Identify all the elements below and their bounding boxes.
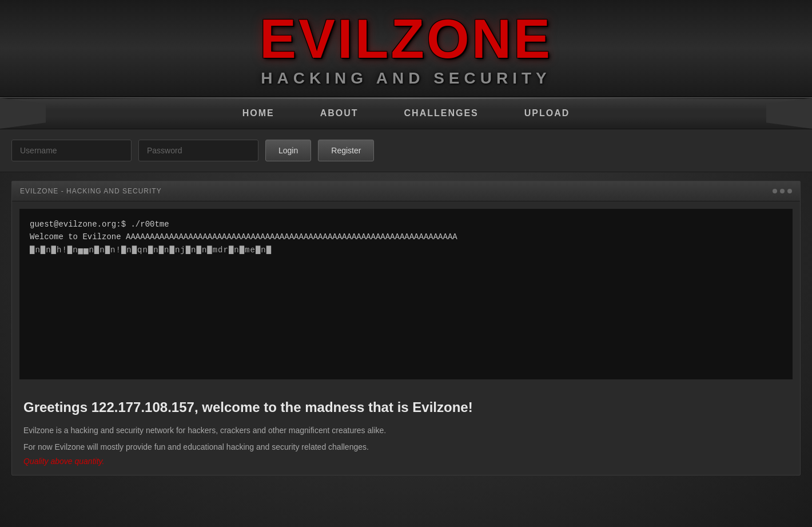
- main-content-panel: EVILZONE - HACKING AND SECURITY guest@ev…: [11, 181, 801, 476]
- greeting-heading: Greetings 122.177.108.157, welcome to th…: [23, 398, 789, 416]
- content-title: EVILZONE - HACKING AND SECURITY: [20, 187, 162, 195]
- nav-item-home[interactable]: HOME: [220, 98, 297, 129]
- terminal-line-2: Welcome to Evilzone AAAAAAAAAAAAAAAAAAAA…: [30, 231, 782, 243]
- window-controls: [773, 189, 792, 193]
- quality-text: Quality above quantity.: [23, 457, 789, 466]
- terminal-display: guest@evilzone.org:$ ./r00tme Welcome to…: [19, 208, 793, 380]
- register-button[interactable]: Register: [318, 140, 374, 161]
- window-dot-3: [787, 189, 792, 193]
- window-dot-1: [773, 189, 777, 193]
- terminal-line-1: guest@evilzone.org:$ ./r00tme: [30, 218, 782, 231]
- logo-subtitle: HACKING AND SECURITY: [0, 69, 812, 88]
- logo-title: EVILZONE: [0, 11, 812, 66]
- content-header: EVILZONE - HACKING AND SECURITY: [12, 181, 800, 201]
- login-button[interactable]: Login: [265, 140, 311, 161]
- welcome-area: Greetings 122.177.108.157, welcome to th…: [12, 387, 800, 475]
- terminal-line-3: █n█n█h!█n▅▅n█n█n!█n█qn█n█n█nj█n█n█mdr█n█…: [30, 244, 782, 256]
- nav-item-upload[interactable]: UPLOAD: [501, 98, 593, 129]
- body-text-1: Evilzone is a hacking and security netwo…: [23, 424, 789, 437]
- main-navigation: HOME ABOUT CHALLENGES UPLOAD: [0, 97, 812, 129]
- username-input[interactable]: [11, 140, 132, 161]
- body-text-2: For now Evilzone will mostly provide fun…: [23, 441, 789, 453]
- nav-item-about[interactable]: ABOUT: [297, 98, 381, 129]
- password-input[interactable]: [138, 140, 258, 161]
- site-header: EVILZONE HACKING AND SECURITY: [0, 0, 812, 97]
- window-dot-2: [780, 189, 785, 193]
- login-bar: Login Register: [0, 129, 812, 172]
- nav-item-challenges[interactable]: CHALLENGES: [381, 98, 501, 129]
